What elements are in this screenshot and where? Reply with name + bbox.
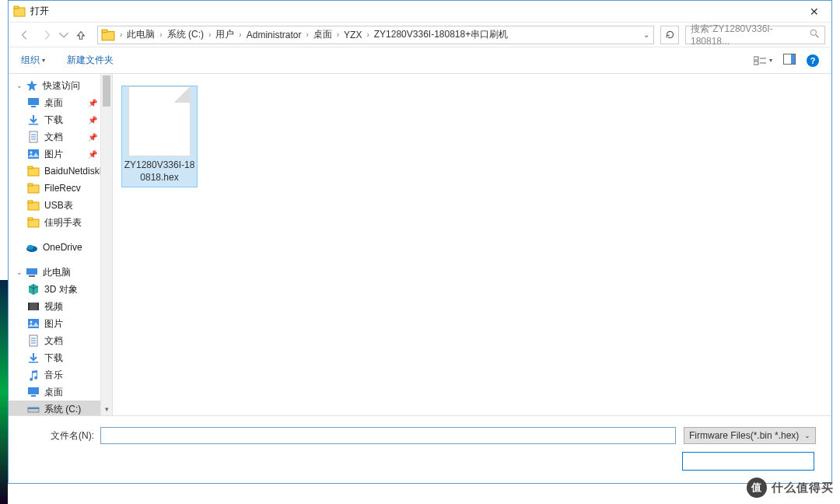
tree-item-USB表[interactable]: USB表 <box>9 197 100 214</box>
tree-item-桌面[interactable]: 桌面 <box>9 383 100 401</box>
tree-item-快速访问[interactable]: ⌄快速访问 <box>9 77 100 94</box>
svg-rect-3 <box>102 30 107 32</box>
pin-icon: 📌 <box>88 150 97 159</box>
command-bar: 组织▾ 新建文件夹 ▾ ? <box>9 47 831 74</box>
window-title: 打开 <box>30 5 799 18</box>
tree-item-3D 对象[interactable]: 3D 对象 <box>9 281 100 298</box>
chevron-right-icon: › <box>237 30 243 39</box>
open-button[interactable] <box>682 452 814 471</box>
svg-rect-11 <box>791 54 795 64</box>
svg-rect-1 <box>14 6 19 9</box>
file-icon <box>128 86 191 156</box>
tree-item-图片[interactable]: 图片📌 <box>9 145 100 163</box>
view-mode-button[interactable]: ▾ <box>754 55 772 66</box>
crumb-0[interactable]: 此电脑 <box>124 26 158 44</box>
tree-item-下载[interactable]: 下载📌 <box>9 111 100 128</box>
filename-input[interactable] <box>100 427 676 444</box>
tree-item-视频[interactable]: 视频 <box>9 298 100 315</box>
tree-item-label: 下载 <box>44 114 63 127</box>
tree-item-图片[interactable]: 图片 <box>9 315 100 332</box>
chevron-icon: ⌄ <box>16 268 24 276</box>
svg-point-38 <box>30 321 33 324</box>
tree-item-FileRecv[interactable]: FileRecv <box>9 180 100 197</box>
tree-item-label: 音乐 <box>44 369 63 382</box>
address-dropdown[interactable]: ⌄ <box>639 30 653 39</box>
crumb-1[interactable]: 系统 (C:) <box>164 26 207 44</box>
chevron-icon: ⌄ <box>16 82 24 89</box>
tree-item-佳明手表[interactable]: 佳明手表 <box>9 214 100 231</box>
tree-item-音乐[interactable]: 音乐 <box>9 366 100 383</box>
pin-icon: 📌 <box>88 133 97 142</box>
help-button[interactable]: ? <box>807 54 819 67</box>
scroll-down-icon[interactable]: ▾ <box>101 404 112 415</box>
crumb-5[interactable]: YZX <box>341 26 365 44</box>
scroll-thumb[interactable] <box>103 75 110 107</box>
tree-item-下载[interactable]: 下载 <box>9 349 100 366</box>
search-placeholder: 搜索"ZY1280V336I-180818... <box>691 23 810 47</box>
svg-rect-27 <box>28 201 33 203</box>
svg-line-5 <box>816 35 818 37</box>
watermark-text: 什么值得买 <box>772 481 834 495</box>
svg-rect-43 <box>29 362 38 363</box>
tree-item-label: 视频 <box>44 300 63 313</box>
svg-rect-14 <box>31 106 36 107</box>
up-button[interactable] <box>71 25 91 45</box>
chevron-down-icon: ▾ <box>42 57 45 64</box>
search-icon <box>810 29 820 41</box>
svg-rect-45 <box>31 395 36 397</box>
tree-item-BaiduNetdiskD[interactable]: BaiduNetdiskD <box>9 163 100 180</box>
chevron-right-icon: › <box>365 30 370 39</box>
navigation-tree[interactable]: ⌄快速访问桌面📌下载📌文档📌图片📌BaiduNetdiskDFileRecvUS… <box>9 74 113 415</box>
watermark-badge: 值 <box>747 478 767 498</box>
organize-menu[interactable]: 组织▾ <box>21 54 45 67</box>
preview-pane-button[interactable] <box>783 54 796 67</box>
new-folder-button[interactable]: 新建文件夹 <box>67 54 114 67</box>
svg-rect-34 <box>28 303 39 310</box>
close-button[interactable]: ✕ <box>799 2 830 22</box>
svg-point-21 <box>30 152 33 154</box>
svg-rect-15 <box>29 124 38 125</box>
tree-item-OneDrive[interactable]: OneDrive <box>9 239 100 256</box>
search-input[interactable]: 搜索"ZY1280V336I-180818... <box>685 26 825 44</box>
tree-item-文档[interactable]: 文档📌 <box>9 128 100 145</box>
file-item[interactable]: ZY1280V336I-180818.hex <box>122 86 197 187</box>
svg-point-4 <box>810 30 816 35</box>
filename-label: 文件名(N): <box>24 429 94 443</box>
tree-item-label: 桌面 <box>44 96 63 110</box>
pin-icon: 📌 <box>88 99 97 107</box>
watermark: 值 什么值得买 <box>747 478 834 498</box>
svg-rect-44 <box>28 387 39 394</box>
tree-item-label: 文档 <box>44 334 63 348</box>
breadcrumb-bar[interactable]: › 此电脑 › 系统 (C:) › 用户 › Administrator › 桌… <box>97 26 654 44</box>
recent-dropdown[interactable] <box>58 25 69 45</box>
file-type-filter[interactable]: Firmware Files(*.bin *.hex) ⌄ <box>684 427 816 444</box>
crumb-4[interactable]: 桌面 <box>310 26 335 44</box>
crumb-3[interactable]: Administrator <box>243 26 305 44</box>
svg-rect-23 <box>28 166 33 169</box>
tree-item-label: 系统 (C:) <box>44 403 81 416</box>
tree-item-label: 文档 <box>44 131 63 144</box>
tree-item-label: BaiduNetdiskD <box>44 166 100 177</box>
tree-item-系统 (C:)[interactable]: 系统 (C:) <box>9 401 100 415</box>
file-list[interactable]: ZY1280V336I-180818.hex <box>113 74 831 415</box>
svg-point-31 <box>27 245 33 250</box>
tree-item-label: FileRecv <box>44 183 81 194</box>
back-button[interactable] <box>15 25 35 45</box>
tree-scrollbar[interactable]: ▴ ▾ <box>100 74 112 415</box>
file-name: ZY1280V336I-180818.hex <box>122 159 197 187</box>
crumb-2[interactable]: 用户 <box>212 26 237 44</box>
svg-rect-6 <box>754 57 758 60</box>
tree-item-label: USB表 <box>44 199 73 212</box>
tree-item-label: 快速访问 <box>43 79 80 93</box>
chevron-right-icon: › <box>207 30 212 39</box>
crumb-6[interactable]: ZY1280V336I-180818+串口刷机 <box>371 26 511 44</box>
tree-item-文档[interactable]: 文档 <box>9 332 100 349</box>
forward-button[interactable] <box>37 25 57 45</box>
tree-item-label: 图片 <box>44 317 63 331</box>
tree-item-label: 下载 <box>44 352 63 365</box>
chevron-down-icon: ⌄ <box>804 432 810 439</box>
refresh-button[interactable] <box>660 26 679 44</box>
tree-item-桌面[interactable]: 桌面📌 <box>9 94 100 111</box>
tree-item-此电脑[interactable]: ⌄此电脑 <box>9 264 100 281</box>
chevron-right-icon: › <box>118 30 124 39</box>
